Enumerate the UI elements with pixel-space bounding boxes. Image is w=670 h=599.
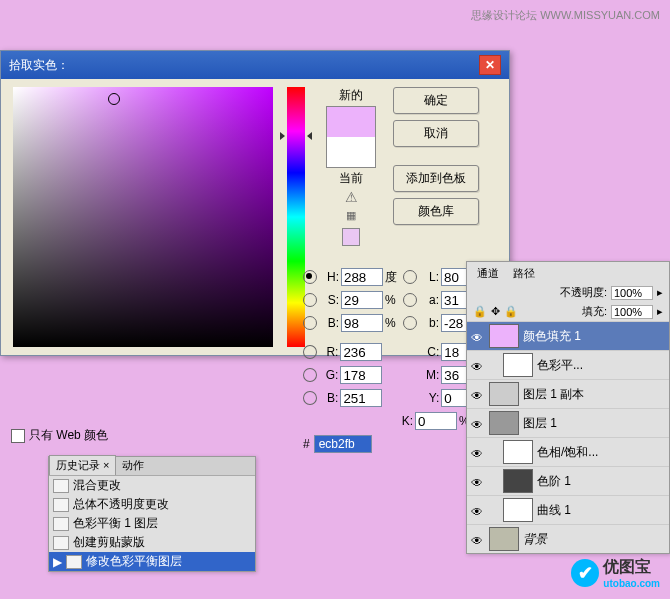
layer-thumb [503,440,533,464]
eye-icon[interactable]: 👁 [471,476,485,486]
logo: ✔ 优图宝utobao.com [571,557,660,589]
eye-icon[interactable]: 👁 [471,360,485,370]
layer-thumb [503,353,533,377]
checkbox-icon[interactable] [11,429,25,443]
close-icon[interactable]: ✕ [479,55,501,75]
history-step-icon [66,555,82,569]
layer-row[interactable]: 👁颜色填充 1 [467,321,669,350]
web-only-checkbox-row[interactable]: 只有 Web 颜色 [11,427,108,444]
move-icon[interactable]: ✥ [491,305,500,318]
history-item[interactable]: 创建剪贴蒙版 [49,533,255,552]
history-item[interactable]: 色彩平衡 1 图层 [49,514,255,533]
radio-l[interactable] [403,270,417,284]
chevron-down-icon[interactable]: ▸ [657,286,663,299]
tab-channels[interactable]: 通道 [471,264,505,283]
layer-row[interactable]: 👁背景 [467,524,669,553]
color-picker-dialog: 拾取实色： ✕ 新的 当前 ⚠ ▦ 确定 取消 添加到色板 颜色库 [0,50,510,356]
fill-input[interactable]: 100% [611,305,653,319]
history-panel: 历史记录 × 动作 混合更改 总体不透明度更改 色彩平衡 1 图层 创建剪贴蒙版… [48,456,256,572]
eye-icon[interactable]: 👁 [471,418,485,428]
radio-bv[interactable] [303,391,317,405]
hex-input[interactable]: ecb2fb [314,435,372,453]
layer-thumb [489,324,519,348]
layers-panel: 通道 路径 不透明度:100%▸ 🔒✥🔒填充:100%▸ 👁颜色填充 1 👁色彩… [466,261,670,554]
history-item[interactable]: 混合更改 [49,476,255,495]
eye-icon[interactable]: 👁 [471,534,485,544]
radio-b2[interactable] [403,316,417,330]
radio-h[interactable] [303,270,317,284]
history-step-icon [53,479,69,493]
history-item[interactable]: ▶修改色彩平衡图层 [49,552,255,571]
r-input[interactable] [340,343,382,361]
new-label: 新的 [339,87,363,104]
layer-row[interactable]: 👁曲线 1 [467,495,669,524]
radio-a[interactable] [403,293,417,307]
color-field[interactable] [13,87,273,347]
dialog-titlebar: 拾取实色： ✕ [1,51,509,79]
layer-thumb [489,411,519,435]
history-item[interactable]: 总体不透明度更改 [49,495,255,514]
tab-paths[interactable]: 路径 [507,264,541,283]
layer-row[interactable]: 👁色阶 1 [467,466,669,495]
eye-icon[interactable]: 👁 [471,505,485,515]
history-step-icon [53,498,69,512]
picker-cursor-icon [108,93,120,105]
layer-row[interactable]: 👁色彩平... [467,350,669,379]
s-input[interactable] [341,291,383,309]
eye-icon[interactable]: 👁 [471,447,485,457]
radio-g[interactable] [303,368,317,382]
tab-actions[interactable]: 动作 [116,456,150,475]
layer-row[interactable]: 👁图层 1 副本 [467,379,669,408]
eye-icon[interactable]: 👁 [471,389,485,399]
dialog-title: 拾取实色： [9,57,69,74]
warning-icon[interactable]: ⚠ [345,189,358,205]
layer-thumb [503,469,533,493]
bv-input[interactable] [340,389,382,407]
tab-history[interactable]: 历史记录 × [49,455,116,475]
watermark-text: 思缘设计论坛 WWW.MISSYUAN.COM [471,8,660,23]
radio-s[interactable] [303,293,317,307]
cancel-button[interactable]: 取消 [393,120,479,147]
eye-icon[interactable]: 👁 [471,331,485,341]
current-color-swatch [327,137,375,167]
layer-thumb [489,527,519,551]
layer-thumb [503,498,533,522]
radio-r[interactable] [303,345,317,359]
layer-thumb [489,382,519,406]
websafe-swatch[interactable] [342,228,360,246]
h-input[interactable] [341,268,383,286]
hue-arrow-right-icon [307,132,312,140]
lock-icon[interactable]: 🔒 [473,305,487,318]
color-library-button[interactable]: 颜色库 [393,198,479,225]
k-input[interactable] [415,412,457,430]
opacity-input[interactable]: 100% [611,286,653,300]
history-step-icon [53,517,69,531]
logo-icon: ✔ [571,559,599,587]
hue-arrow-left-icon [280,132,285,140]
add-swatch-button[interactable]: 添加到色板 [393,165,479,192]
new-color-swatch [327,107,375,137]
history-step-icon [53,536,69,550]
color-preview [326,106,376,168]
ok-button[interactable]: 确定 [393,87,479,114]
lock-all-icon[interactable]: 🔒 [504,305,518,318]
g-input[interactable] [340,366,382,384]
layer-row[interactable]: 👁色相/饱和... [467,437,669,466]
b-input[interactable] [341,314,383,332]
current-label: 当前 [339,170,363,187]
cube-icon[interactable]: ▦ [346,209,356,222]
radio-b[interactable] [303,316,317,330]
layer-row[interactable]: 👁图层 1 [467,408,669,437]
play-icon: ▶ [53,555,62,569]
chevron-down-icon[interactable]: ▸ [657,305,663,318]
